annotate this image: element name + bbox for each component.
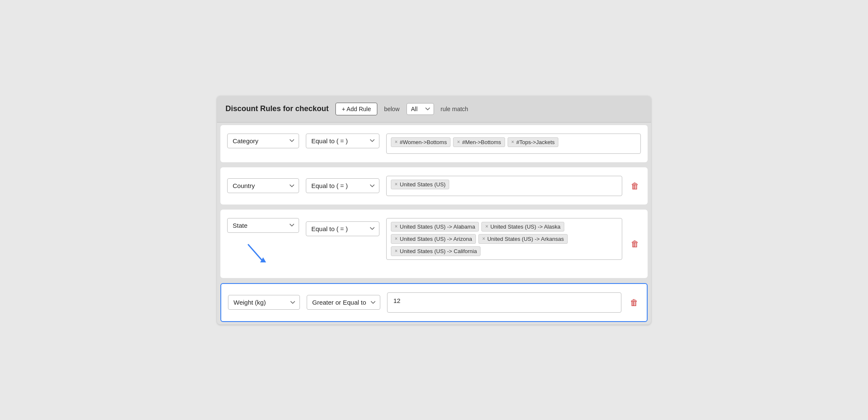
tag-women-bottoms: × #Women->Bottoms: [391, 137, 450, 147]
tag-california: × United States (US) -> California: [391, 246, 481, 256]
tag-remove-icon[interactable]: ×: [395, 236, 398, 241]
tag-remove-icon[interactable]: ×: [485, 224, 488, 229]
category-field-select[interactable]: Category Country State Weight (kg): [227, 134, 299, 148]
svg-line-0: [248, 245, 263, 262]
country-rule: Country Category State Weight (kg) Equal…: [220, 167, 648, 205]
tag-alabama: × United States (US) -> Alabama: [391, 222, 479, 232]
page-title: Discount Rules for checkout: [225, 104, 329, 113]
weight-value-input[interactable]: [392, 296, 617, 305]
rules-list: Category Country State Weight (kg) Equal…: [217, 123, 651, 325]
header: Discount Rules for checkout + Add Rule b…: [217, 96, 651, 123]
tag-arkansas: × United States (US) -> Arkansas: [478, 234, 568, 244]
state-field-select[interactable]: State Category Country Weight (kg): [227, 218, 299, 233]
tag-tops-jackets: × #Tops->Jackets: [508, 137, 559, 147]
category-values-area: × #Women->Bottoms × #Men->Bottoms × #Top…: [386, 134, 641, 154]
category-rule: Category Country State Weight (kg) Equal…: [220, 125, 648, 162]
tag-remove-icon[interactable]: ×: [395, 182, 398, 187]
match-select[interactable]: All Any: [407, 103, 434, 115]
weight-value-area: [387, 292, 621, 313]
arrow-indicator: [244, 240, 272, 268]
state-values-area: × United States (US) -> Alabama × United…: [386, 218, 622, 260]
state-rule: State Category Country Weight (kg) E: [220, 210, 648, 278]
tag-remove-icon[interactable]: ×: [395, 224, 398, 229]
weight-rule: Weight (kg) Category Country State Great…: [221, 284, 647, 321]
rule-match-label: rule match: [441, 106, 468, 112]
rule-row-category: Category Country State Weight (kg) Equal…: [220, 125, 648, 162]
tag-men-bottoms: × #Men->Bottoms: [453, 137, 505, 147]
category-operator-select[interactable]: Equal to ( = ) Not Equal to Greater or E…: [306, 134, 379, 148]
below-label: below: [384, 106, 400, 112]
tag-remove-icon[interactable]: ×: [457, 139, 460, 145]
discount-rules-container: Discount Rules for checkout + Add Rule b…: [217, 96, 651, 325]
state-operator-select[interactable]: Equal to ( = ) Not Equal to Greater or E…: [306, 221, 379, 236]
country-delete-button[interactable]: 🗑: [629, 178, 641, 194]
country-operator-select[interactable]: Equal to ( = ) Not Equal to Greater or E…: [306, 178, 379, 193]
tag-remove-icon[interactable]: ×: [395, 139, 398, 145]
rule-row-state: State Category Country Weight (kg) E: [220, 210, 648, 278]
country-values-area: × United States (US): [386, 176, 622, 196]
tag-us: × United States (US): [391, 180, 449, 189]
weight-delete-button[interactable]: 🗑: [628, 295, 640, 310]
tag-arizona: × United States (US) -> Arizona: [391, 234, 476, 244]
state-delete-button[interactable]: 🗑: [629, 236, 641, 251]
tag-alaska: × United States (US) -> Alaska: [481, 222, 564, 232]
tag-remove-icon[interactable]: ×: [511, 139, 514, 145]
rule-row-country: Country Category State Weight (kg) Equal…: [220, 167, 648, 205]
tag-remove-icon[interactable]: ×: [395, 248, 398, 254]
tag-remove-icon[interactable]: ×: [482, 236, 485, 241]
rule-row-weight: Weight (kg) Category Country State Great…: [220, 283, 648, 322]
weight-operator-select[interactable]: Greater or Equal to Equal to ( = ) Not E…: [307, 295, 380, 310]
add-rule-button[interactable]: + Add Rule: [335, 103, 377, 115]
country-field-select[interactable]: Country Category State Weight (kg): [227, 178, 299, 193]
weight-field-select[interactable]: Weight (kg) Category Country State: [228, 295, 300, 310]
